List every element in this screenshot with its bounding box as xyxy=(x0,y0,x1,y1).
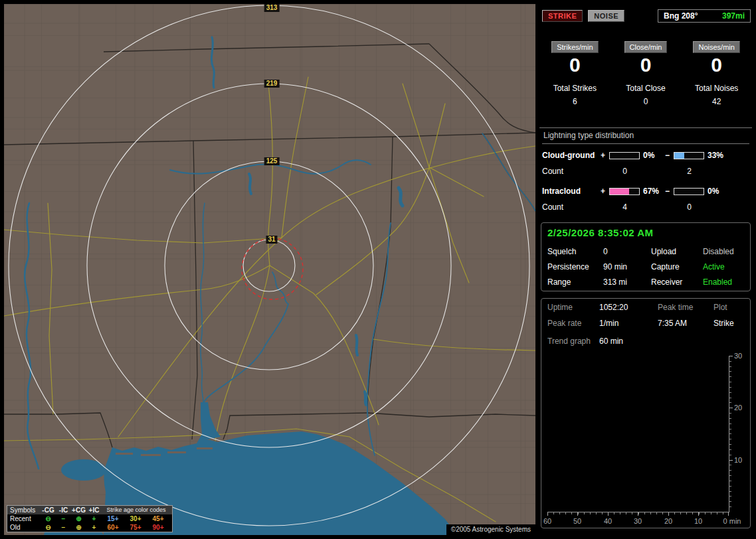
lightning-map[interactable]: 313 219 125 31 Symbols -CG -IC +CG +IC S… xyxy=(4,4,535,535)
noises-per-min-value: 0 xyxy=(681,55,752,75)
close-per-min-chip[interactable]: Close/min xyxy=(624,41,668,53)
squelch-label: Squelch xyxy=(547,247,603,256)
total-noises-value: 42 xyxy=(681,97,752,106)
squelch-value: 0 xyxy=(603,247,651,256)
total-close-value: 0 xyxy=(611,97,682,106)
statistics-panel: Uptime 1052:20 Peak time Plot Peak rate … xyxy=(541,298,751,528)
datetime-display: 2/25/2026 8:35:02 AM xyxy=(547,227,744,238)
trend-graph: 60 50 40 30 20 10 0 min 30 20 10 xyxy=(547,356,747,528)
strikes-per-min-chip[interactable]: Strikes/min xyxy=(551,41,598,53)
legend-old-row: Old ⊖ − ⊕ + 60+ 75+ 90+ xyxy=(7,523,172,532)
ic-minus-bar xyxy=(674,188,704,195)
y-tick xyxy=(729,408,733,408)
x-tick-label-40: 40 xyxy=(604,517,612,525)
uptime-value: 1052:20 xyxy=(599,303,658,312)
stats-grid: Uptime 1052:20 Peak time Plot Peak rate … xyxy=(547,303,744,328)
legend-age-header: Strike age color codes xyxy=(102,506,171,514)
rate-counters: Strikes/min 0 Total Strikes 6 Close/min … xyxy=(539,41,752,106)
cg-plus-pct: 0% xyxy=(640,151,665,160)
x-tick-label-30: 30 xyxy=(634,517,642,525)
cg-plus-bar xyxy=(609,152,640,159)
distribution-title: Lightning type distribution xyxy=(542,128,749,144)
plot-value: Strike xyxy=(713,319,744,328)
bearing-value: Bng 208° xyxy=(664,11,698,21)
close-per-min-value: 0 xyxy=(611,55,682,75)
total-close-label: Total Close xyxy=(611,84,682,93)
strikes-counter: Strikes/min 0 Total Strikes 6 xyxy=(539,41,611,106)
plus-sign: + xyxy=(601,151,609,160)
x-tick xyxy=(698,512,699,516)
age-code-60: 60+ xyxy=(102,523,124,532)
y-tick-label-20: 20 xyxy=(734,404,742,412)
neg-cg-old-icon: ⊖ xyxy=(41,523,56,532)
copyright-notice: ©2005 Astrogenic Systems xyxy=(446,524,535,535)
plus-sign: + xyxy=(601,187,609,196)
ic-minus-count: 0 xyxy=(674,202,705,212)
minus-sign: − xyxy=(665,151,674,160)
neg-ic-recent-icon: − xyxy=(56,514,71,523)
trend-period-value: 60 min xyxy=(599,337,744,346)
legend-col-pos-ic: +IC xyxy=(86,506,102,514)
settings-grid: Squelch 0 Upload Disabled Persistence 90… xyxy=(547,247,744,287)
peak-rate-label: Peak rate xyxy=(547,319,599,328)
y-tick-label-10: 10 xyxy=(734,456,742,464)
total-noises-label: Total Noises xyxy=(681,84,752,93)
x-tick xyxy=(668,512,669,516)
persistence-label: Persistence xyxy=(547,262,603,271)
ic-minus-pct: 0% xyxy=(705,187,749,196)
age-code-45: 45+ xyxy=(147,514,169,523)
system-status-panel: 2/25/2026 8:35:02 AM Squelch 0 Upload Di… xyxy=(541,222,751,291)
legend-old-label: Old xyxy=(9,523,41,532)
cg-count-label: Count xyxy=(542,167,601,176)
range-label: Range xyxy=(547,277,603,287)
strike-mode-button[interactable]: STRIKE xyxy=(542,10,583,22)
x-tick xyxy=(608,512,609,516)
age-code-15: 15+ xyxy=(102,514,124,523)
range-ring-label-125: 125 xyxy=(264,157,280,165)
trend-graph-label: Trend graph xyxy=(547,337,599,346)
intracloud-label: Intracloud xyxy=(542,187,601,196)
cloud-ground-row: Cloud-ground + 0% − 33% xyxy=(542,151,749,160)
total-strikes-label: Total Strikes xyxy=(539,84,611,93)
pos-ic-recent-icon: + xyxy=(86,514,102,523)
cloud-ground-label: Cloud-ground xyxy=(542,151,601,160)
legend-col-neg-cg: -CG xyxy=(41,506,56,514)
ic-plus-count: 4 xyxy=(609,202,640,212)
peak-time-value: 7:35 AM xyxy=(658,319,713,328)
lightning-distribution: Lightning type distribution Cloud-ground… xyxy=(539,127,752,212)
capture-label: Capture xyxy=(651,262,703,271)
uptime-label: Uptime xyxy=(547,303,599,312)
neg-ic-old-icon: − xyxy=(56,523,71,532)
peak-rate-value: 1/min xyxy=(599,319,658,328)
ic-plus-pct: 67% xyxy=(640,187,665,196)
y-tick xyxy=(729,460,733,461)
legend-recent-label: Recent xyxy=(9,514,41,523)
y-tick xyxy=(729,356,733,356)
legend-recent-row: Recent ⊖ − ⊕ + 15+ 30+ 45+ xyxy=(7,514,172,523)
pos-ic-old-icon: + xyxy=(86,523,102,532)
x-tick-label-50: 50 xyxy=(573,517,581,525)
persistence-value: 90 min xyxy=(603,262,651,271)
receiver-status: Enabled xyxy=(703,277,744,287)
ic-plus-bar-fill xyxy=(610,189,629,194)
cg-minus-bar xyxy=(674,152,704,159)
plot-label: Plot xyxy=(713,303,744,312)
range-ring-label-219: 219 xyxy=(264,80,280,88)
y-axis-minor-ticks xyxy=(729,356,731,512)
strikes-per-min-value: 0 xyxy=(539,55,611,75)
pos-cg-old-icon: ⊕ xyxy=(71,523,86,532)
age-code-75: 75+ xyxy=(124,523,147,532)
legend-header-row: Symbols -CG -IC +CG +IC Strike age color… xyxy=(7,506,172,514)
total-strikes-value: 6 xyxy=(539,97,611,106)
noises-per-min-chip[interactable]: Noises/min xyxy=(693,41,739,53)
x-tick xyxy=(547,512,548,516)
cg-plus-count: 0 xyxy=(609,167,640,176)
noise-mode-button[interactable]: NOISE xyxy=(588,10,624,22)
age-code-90: 90+ xyxy=(147,523,169,532)
symbol-legend: Symbols -CG -IC +CG +IC Strike age color… xyxy=(7,505,173,532)
cg-minus-bar-fill xyxy=(674,153,684,159)
x-tick-label-60: 60 xyxy=(543,517,551,525)
trend-plot-area: 60 50 40 30 20 10 0 min 30 20 10 xyxy=(547,356,729,512)
x-tick xyxy=(728,512,729,516)
minus-sign: − xyxy=(665,187,674,196)
